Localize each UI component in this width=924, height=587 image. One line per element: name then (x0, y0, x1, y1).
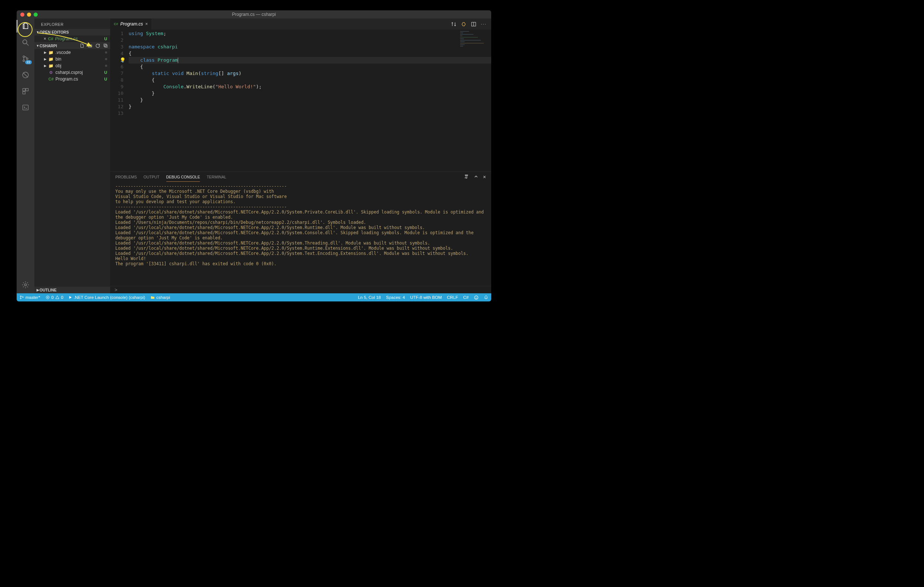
editor-tab-actions: ··· (451, 18, 491, 30)
activity-search[interactable] (21, 38, 30, 47)
status-eol[interactable]: CRLF (447, 295, 458, 299)
activity-bar: 22 (16, 18, 35, 293)
refresh-button[interactable] (96, 43, 100, 48)
debug-console-input[interactable]: > (110, 286, 491, 293)
line-number: 6 (110, 64, 129, 70)
console-line: Loaded '/usr/local/share/dotnet/shared/M… (116, 230, 486, 240)
editor-tab-active[interactable]: C# Program.cs × (110, 18, 152, 30)
panel-tab-debug-console[interactable]: DEBUG CONSOLE (166, 173, 200, 182)
close-tab-icon[interactable]: × (145, 21, 148, 26)
project-file-icon: ⚙ (48, 70, 54, 75)
code-editor[interactable]: 12345678910111213 💡 (110, 30, 491, 171)
open-changes-button[interactable] (461, 21, 467, 27)
status-problems[interactable]: 0 0 (45, 295, 64, 299)
status-notifications[interactable] (484, 295, 488, 299)
console-line: Hello World! (116, 256, 486, 261)
tree-item-name: .vscode (55, 50, 103, 55)
status-encoding[interactable]: UTF-8 with BOM (410, 295, 442, 299)
folder-icon: 📁 (48, 57, 54, 62)
activity-settings[interactable] (21, 280, 30, 289)
activity-scm[interactable]: 22 (21, 54, 30, 64)
collapse-panel-button[interactable] (474, 174, 478, 180)
warning-icon (55, 295, 59, 299)
panel-tab-problems[interactable]: PROBLEMS (116, 173, 137, 181)
line-number: 9 (110, 84, 129, 90)
split-editor-button[interactable] (471, 21, 477, 27)
open-editors-section-header[interactable]: ▼ OPEN EDITORS (35, 29, 110, 35)
close-icon[interactable]: × (44, 36, 46, 41)
status-cursor[interactable]: Ln 5, Col 18 (358, 295, 381, 299)
debug-console-output[interactable]: ----------------------------------------… (110, 182, 491, 286)
status-folder[interactable]: csharpi (150, 295, 170, 299)
close-panel-button[interactable]: × (483, 174, 486, 180)
tree-item-name: bin (55, 56, 103, 62)
line-number: 2 (110, 37, 129, 44)
branch-icon (20, 295, 24, 299)
project-section-header[interactable]: ▼ CSHARPI (35, 42, 110, 49)
tree-folder-item[interactable]: ▶📁bin (35, 56, 110, 62)
git-status-badge: U (104, 36, 107, 41)
console-line: to help you develop and test your applic… (116, 199, 486, 204)
minimap[interactable] (460, 31, 490, 47)
outline-section-header[interactable]: ▶ OUTLINE (35, 287, 110, 293)
error-icon (45, 295, 50, 299)
git-status-badge: U (104, 70, 107, 75)
open-editors-list: × C# Program.cs U (35, 35, 110, 42)
code-line: { (129, 64, 491, 70)
clear-console-button[interactable] (464, 174, 469, 180)
status-debug-launch[interactable]: .NET Core Launch (console) (csharpi) (68, 295, 145, 299)
tree-folder-item[interactable]: ▶📁.vscode (35, 49, 110, 56)
tree-item-name: csharpi.csproj (55, 70, 102, 75)
panel-tabs: PROBLEMS OUTPUT DEBUG CONSOLE TERMINAL × (110, 172, 491, 182)
compare-changes-button[interactable] (451, 21, 457, 27)
svg-rect-13 (105, 45, 107, 47)
console-line: The program '[33411] csharpi.dll' has ex… (116, 261, 486, 266)
activity-explorer[interactable] (21, 21, 30, 31)
svg-line-1 (26, 44, 29, 46)
chevron-right-icon: ▶ (36, 288, 40, 292)
line-number: 8 (110, 77, 129, 84)
panel-tab-output[interactable]: OUTPUT (144, 173, 159, 181)
line-number-gutter: 12345678910111213 (110, 30, 129, 171)
status-branch[interactable]: master* (20, 295, 40, 299)
code-content[interactable]: 💡 using System;namespace c (129, 30, 491, 171)
code-line: static void Main(string[] args) (129, 70, 491, 77)
tree-file-item[interactable]: C#Program.csU (35, 76, 110, 82)
csharp-file-icon: C# (114, 22, 118, 26)
activity-terminal-panel[interactable] (21, 103, 30, 112)
activity-debug[interactable] (21, 70, 30, 80)
new-folder-button[interactable] (87, 43, 92, 48)
editor-tabs: C# Program.cs × ··· (110, 18, 491, 30)
svg-rect-9 (23, 92, 25, 94)
git-dirty-dot (105, 58, 107, 60)
folder-icon (150, 295, 155, 299)
bug-icon (21, 71, 30, 79)
tree-file-item[interactable]: ⚙csharpi.csprojU (35, 69, 110, 76)
title-bar: Program.cs — csharpi (16, 10, 491, 18)
project-label: CSHARPI (40, 44, 80, 48)
status-spaces[interactable]: Spaces: 4 (386, 295, 405, 299)
svg-point-18 (23, 297, 24, 298)
open-editor-item[interactable]: × C# Program.cs U (35, 35, 110, 42)
lightbulb-icon[interactable]: 💡 (120, 57, 125, 64)
chevron-down-icon: ▼ (36, 44, 40, 48)
new-file-button[interactable] (80, 43, 85, 48)
tree-folder-item[interactable]: ▶📁obj (35, 62, 110, 69)
status-language[interactable]: C# (463, 295, 469, 299)
console-prompt: > (115, 287, 117, 293)
svg-point-16 (20, 296, 21, 297)
bell-icon (484, 295, 488, 299)
file-tree: ▶📁.vscode▶📁bin▶📁obj⚙csharpi.csprojUC#Pro… (35, 49, 110, 82)
more-actions-button[interactable]: ··· (481, 21, 487, 26)
code-line (129, 110, 491, 117)
tree-item-name: Program.cs (55, 76, 102, 82)
panel-tab-terminal[interactable]: TERMINAL (206, 173, 226, 181)
code-line (129, 37, 491, 44)
code-line: Console.WriteLine("Hello World!"); (129, 84, 491, 90)
svg-point-20 (475, 296, 478, 299)
collapse-all-button[interactable] (103, 43, 108, 48)
activity-extensions[interactable] (21, 86, 30, 96)
console-line: Loaded '/usr/local/share/dotnet/shared/M… (116, 240, 486, 246)
status-feedback[interactable] (474, 295, 478, 300)
sidebar-title: EXPLORER (35, 18, 110, 29)
